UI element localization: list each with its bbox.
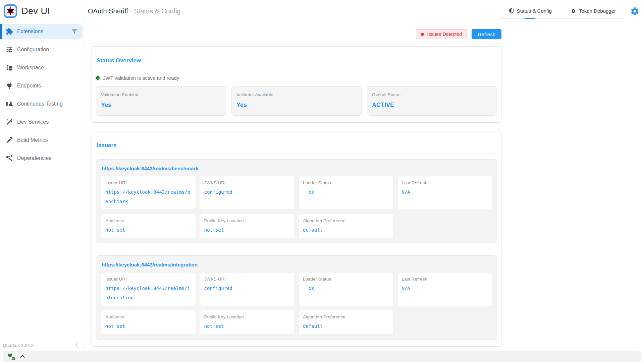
field-value: not set: [105, 225, 192, 235]
sidebar-item-label: Endpoints: [17, 83, 41, 89]
sidebar-item-continuous-testing[interactable]: Continuous Testing: [0, 97, 84, 111]
gear-icon[interactable]: [630, 7, 639, 16]
sidebar-item-dependencies[interactable]: Dependencies: [0, 151, 84, 166]
refresh-button[interactable]: Refresh: [472, 29, 501, 39]
field-last-refresh: Last Refresh N/A: [397, 272, 492, 306]
sidebar-item-dev-services[interactable]: Dev Services: [0, 115, 84, 129]
metric-validation-enabled: Validation Enabled Yes: [96, 86, 226, 116]
title-separator: ·: [130, 7, 132, 15]
divider: [96, 69, 497, 69]
issuer-fields: Issuer URI https://keycloak:8443/realms/…: [101, 176, 492, 238]
field-value: not set: [204, 225, 290, 235]
field-label: Algorithm Preference: [303, 218, 389, 223]
tab-token-debugger[interactable]: Token Debugger: [561, 6, 625, 18]
sidebar-item-extensions[interactable]: Extensions: [0, 24, 83, 39]
field-loader-status: Loader Status ok: [299, 176, 393, 210]
issues-badge-label: Issues Detected: [427, 32, 462, 37]
bottom-dock[interactable]: [3, 351, 641, 362]
main-header: OAuth Sheriff · Status & Config Status &…: [84, 0, 644, 19]
metric-value: Yes: [236, 102, 357, 109]
metric-overall-status: Overall Status ACTIVE: [367, 86, 497, 116]
field-label: Loader Status: [303, 277, 389, 282]
green-dot-icon: [96, 76, 100, 80]
graph-nodes-icon: [6, 155, 13, 162]
field-label: Last Refresh: [402, 277, 488, 282]
filter-funnel-icon[interactable]: [71, 28, 78, 35]
red-dot-icon: [421, 33, 424, 36]
field-jwks-uri: JWKS URI configured: [200, 272, 295, 306]
sidebar-item-label: Build Metrics: [17, 137, 48, 143]
sidebar-item-build-metrics[interactable]: Build Metrics: [0, 133, 84, 147]
tabs: Status & Config Token Debugger: [499, 6, 625, 19]
field-value: not set: [204, 321, 290, 331]
tab-label: Token Debugger: [579, 8, 616, 14]
issues-badge: Issues Detected: [416, 29, 467, 39]
field-loader-status: Loader Status ok: [299, 272, 393, 306]
metric-label: Overall Status: [372, 92, 492, 97]
puzzle-icon: [6, 28, 13, 35]
field-label: Public Key Location: [204, 314, 290, 319]
issuer-card-benchmark: https://keycloak:8443/realms/benchmark I…: [96, 159, 497, 243]
field-algorithm-preference: Algorithm Preference default: [299, 214, 393, 238]
field-last-refresh: Last Refresh N/A: [397, 176, 492, 210]
content: Issues Detected Refresh Status Overview …: [92, 29, 501, 362]
sidebar-item-label: Continuous Testing: [17, 101, 63, 107]
magic-wand-icon: [6, 118, 13, 126]
field-value: default: [303, 225, 389, 235]
issuers-card: Issuers https://keycloak:8443/realms/ben…: [92, 131, 501, 347]
quarkus-version: Quarkus 3.34.2: [3, 343, 34, 348]
field-value: ok: [303, 187, 389, 197]
chevron-up-icon[interactable]: [19, 353, 26, 360]
sidebar-item-configuration[interactable]: Configuration: [0, 42, 84, 57]
field-value: https://keycloak:8443/realms/benchmark: [105, 187, 192, 206]
sidebar-item-workspace[interactable]: Workspace: [0, 60, 84, 75]
plug-check-icon[interactable]: [7, 352, 15, 360]
shield-icon: [508, 8, 514, 14]
field-value: N/A: [402, 187, 488, 197]
actions-row: Issues Detected Refresh: [92, 29, 501, 39]
field-public-key-location: Public Key Location not set: [200, 214, 295, 238]
plug-icon: [6, 82, 13, 89]
field-label: Public Key Location: [204, 218, 290, 223]
chevron-left-icon[interactable]: [73, 341, 81, 349]
field-issuer-uri: Issuer URI https://keycloak:8443/realms/…: [101, 176, 196, 210]
tab-label: Status & Config: [517, 8, 552, 14]
sidebar-item-label: Configuration: [17, 47, 49, 53]
tab-status-config[interactable]: Status & Config: [499, 6, 561, 18]
field-label: Audience: [105, 314, 192, 319]
bug-icon: [571, 8, 576, 14]
metrics-row: Validation Enabled Yes Validator Availab…: [96, 86, 497, 116]
field-label: Loader Status: [303, 180, 389, 185]
metric-validator-available: Validator Available Yes: [231, 86, 362, 116]
issuer-name: https://keycloak:8443/realms/benchmark: [102, 166, 492, 171]
quarkus-logo-icon: [3, 3, 17, 19]
sidebar-item-endpoints[interactable]: Endpoints: [0, 78, 84, 93]
sliders-icon: [6, 46, 13, 53]
page-subtitle: Status & Config: [134, 7, 181, 15]
sidebar: Dev UI Extensions Configuration: [0, 0, 84, 362]
status-line: JWT validation is active and ready: [96, 75, 497, 81]
field-label: Audience: [105, 218, 192, 223]
card-title: Status Overview: [97, 57, 496, 64]
sidebar-item-label: Dev Services: [17, 119, 49, 125]
field-issuer-uri: Issuer URI https://keycloak:8443/realms/…: [101, 272, 196, 306]
field-label: Algorithm Preference: [303, 314, 389, 319]
sidebar-item-label: Extensions: [17, 28, 43, 35]
field-value: N/A: [402, 284, 488, 293]
app-logo[interactable]: Dev UI: [0, 0, 84, 21]
metric-value: Yes: [101, 102, 221, 109]
field-label: JWKS URI: [204, 180, 290, 185]
app-title: Dev UI: [21, 6, 50, 16]
metric-label: Validator Available: [236, 92, 357, 97]
extension-name: OAuth Sheriff: [88, 7, 128, 15]
workspace-tree-icon: [6, 64, 13, 71]
field-public-key-location: Public Key Location not set: [200, 310, 295, 335]
card-title: Issuers: [97, 142, 496, 149]
field-value: ok: [303, 284, 389, 293]
app-root: Dev UI Extensions Configuration: [0, 0, 644, 362]
field-label: Issuer URI: [105, 277, 192, 282]
field-audience: Audience not set: [101, 214, 196, 238]
divider: [96, 154, 497, 154]
page-title: OAuth Sheriff · Status & Config: [88, 7, 180, 15]
metric-value: ACTIVE: [372, 102, 492, 109]
